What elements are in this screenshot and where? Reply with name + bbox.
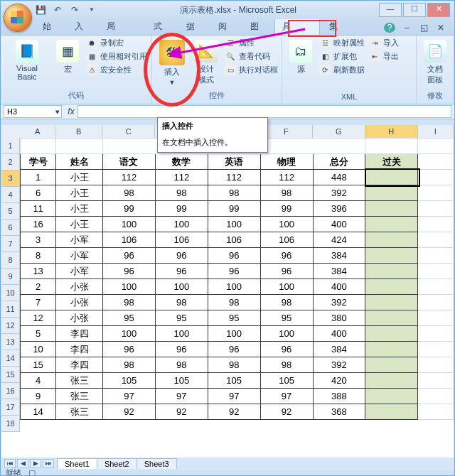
cell[interactable]: 100: [155, 217, 208, 232]
cell[interactable]: 100: [208, 279, 260, 295]
sheet-tab[interactable]: Sheet1: [57, 458, 97, 469]
cell[interactable]: [365, 404, 418, 420]
row-header[interactable]: 13: [1, 334, 20, 350]
cell[interactable]: 105: [155, 373, 208, 389]
cell[interactable]: 96: [208, 264, 260, 279]
table-header-cell[interactable]: 物理: [260, 154, 313, 170]
cell[interactable]: 98: [208, 185, 260, 201]
qat-dropdown-icon[interactable]: ▼: [86, 4, 97, 16]
table-header-cell[interactable]: 数学: [155, 154, 208, 170]
refresh-data-button[interactable]: ⟳刷新数据: [319, 64, 365, 75]
cell[interactable]: 96: [208, 248, 260, 264]
table-header-cell[interactable]: 过关: [365, 154, 418, 170]
cell[interactable]: 106: [260, 232, 313, 248]
cell[interactable]: 小张: [56, 295, 103, 310]
cell[interactable]: [365, 342, 418, 357]
cell[interactable]: 105: [103, 373, 156, 389]
cell[interactable]: 小军: [56, 232, 103, 248]
redo-icon[interactable]: ↷: [69, 4, 80, 16]
cell[interactable]: 98: [103, 357, 156, 373]
table-header-cell[interactable]: 姓名: [56, 154, 103, 170]
cell[interactable]: 98: [155, 185, 208, 201]
relative-ref-button[interactable]: ▦使用相对引用: [86, 50, 147, 62]
row-header[interactable]: 8: [1, 252, 20, 269]
cell[interactable]: 392: [313, 185, 365, 201]
office-button[interactable]: [4, 4, 32, 32]
cell[interactable]: 10: [21, 342, 56, 357]
cell[interactable]: [365, 326, 418, 342]
table-header-cell[interactable]: 学号: [21, 154, 56, 170]
cell[interactable]: 99: [103, 201, 156, 217]
row-header[interactable]: 14: [1, 350, 20, 367]
minimize-button[interactable]: —: [379, 3, 402, 17]
cell[interactable]: 小王: [56, 170, 103, 185]
row-header[interactable]: 9: [1, 269, 20, 285]
column-header[interactable]: I: [418, 125, 454, 139]
column-header[interactable]: B: [55, 125, 102, 139]
cell[interactable]: 95: [155, 310, 208, 326]
column-header[interactable]: F: [260, 125, 313, 139]
cell[interactable]: 384: [313, 342, 365, 357]
import-button[interactable]: ⇥导入: [369, 37, 399, 48]
row-header[interactable]: 6: [1, 220, 20, 236]
close-button[interactable]: ✕: [427, 3, 450, 17]
cell[interactable]: 99: [155, 201, 208, 217]
cell[interactable]: 1: [21, 170, 56, 185]
cell[interactable]: 96: [155, 342, 208, 357]
column-header[interactable]: G: [313, 125, 365, 139]
cell[interactable]: 112: [155, 170, 208, 185]
cell[interactable]: 100: [103, 326, 156, 342]
cell[interactable]: 100: [260, 217, 313, 232]
row-header[interactable]: 2: [1, 154, 20, 171]
map-properties-button[interactable]: ☱映射属性: [319, 37, 365, 48]
cell[interactable]: 张三: [56, 373, 103, 389]
cell[interactable]: [365, 185, 418, 201]
cell[interactable]: 98: [260, 185, 313, 201]
column-header[interactable]: H: [365, 125, 418, 139]
visual-basic-button[interactable]: 📘 Visual Basic: [5, 37, 49, 84]
export-button[interactable]: ⇤导出: [369, 50, 399, 62]
cell[interactable]: [365, 389, 418, 404]
macros-button[interactable]: ▦ 宏: [53, 37, 82, 77]
cell[interactable]: 106: [155, 232, 208, 248]
formula-bar[interactable]: [77, 105, 451, 118]
row-header[interactable]: 11: [1, 301, 20, 318]
cell[interactable]: 100: [103, 217, 156, 232]
cell[interactable]: 100: [155, 279, 208, 295]
cell[interactable]: 6: [21, 185, 56, 201]
cell[interactable]: 98: [155, 357, 208, 373]
cells-area[interactable]: 班级成绩表学号姓名语文数学英语物理总分过关1小王1121121121124486…: [20, 138, 454, 420]
cell[interactable]: 96: [155, 264, 208, 279]
workbook-minimize-icon[interactable]: –: [401, 23, 412, 33]
cell[interactable]: 368: [313, 404, 365, 420]
cell[interactable]: 14: [21, 404, 56, 420]
cell[interactable]: 384: [313, 248, 365, 264]
cell[interactable]: 384: [313, 264, 365, 279]
cell[interactable]: 98: [155, 295, 208, 310]
cell[interactable]: 96: [155, 248, 208, 264]
cell[interactable]: 96: [103, 342, 156, 357]
help-icon[interactable]: ?: [384, 23, 395, 33]
cell[interactable]: 2: [21, 279, 56, 295]
sheet-nav-next-icon[interactable]: ▶: [30, 459, 41, 468]
cell[interactable]: 15: [21, 357, 56, 373]
cell[interactable]: 392: [313, 357, 365, 373]
row-headers[interactable]: 123456789101112131415161718: [1, 138, 20, 432]
row-header[interactable]: 5: [1, 203, 20, 220]
cell[interactable]: 105: [260, 373, 313, 389]
sheet-tab[interactable]: Sheet3: [136, 458, 177, 469]
cell[interactable]: 98: [260, 357, 313, 373]
cell[interactable]: [365, 217, 418, 232]
expansion-packs-button[interactable]: ◧扩展包: [319, 50, 365, 62]
cell[interactable]: 100: [208, 217, 260, 232]
cell[interactable]: 95: [260, 310, 313, 326]
row-header[interactable]: 12: [1, 318, 20, 334]
cell[interactable]: 448: [313, 170, 365, 185]
view-code-button[interactable]: 🔍查看代码: [225, 50, 278, 62]
select-all-corner[interactable]: [1, 125, 21, 139]
cell[interactable]: 12: [21, 310, 56, 326]
cell[interactable]: 106: [103, 232, 156, 248]
cell[interactable]: 420: [313, 373, 365, 389]
cell[interactable]: 392: [313, 295, 365, 310]
cell[interactable]: 112: [260, 170, 313, 185]
